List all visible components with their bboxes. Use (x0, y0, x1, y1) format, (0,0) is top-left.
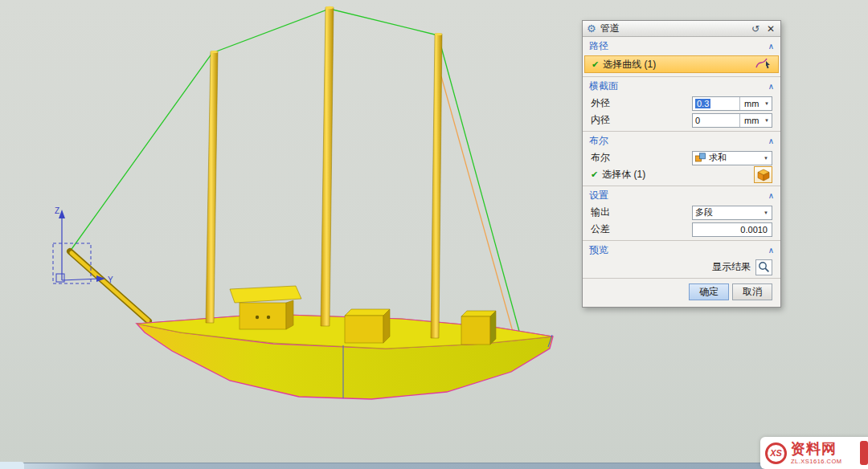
watermark-site-url: ZL.XS1616.COM (791, 458, 842, 465)
collapse-chevron-icon[interactable]: ∧ (768, 192, 774, 200)
section-path: 路径 ∧ ✔ 选择曲线 (1) (583, 37, 780, 76)
z-axis-arrowhead (59, 210, 65, 218)
section-header-path[interactable]: 路径 ∧ (583, 37, 780, 55)
tolerance-value[interactable]: 0.0010 (740, 225, 768, 234)
output-dropdown[interactable]: 多段 ▼ (692, 206, 772, 220)
pipe-dialog: ⚙ 管道 ↺ ✕ 路径 ∧ ✔ 选择曲线 (1) 横截面 ∧ 外径 (582, 20, 781, 308)
show-result-label: 显示结果 (712, 260, 751, 274)
section-header-cross-section[interactable]: 横截面 ∧ (583, 77, 780, 95)
magnifier-icon (758, 261, 770, 273)
outer-diameter-unit-dropdown[interactable]: mm ▼ (739, 97, 772, 110)
cabin2-roof[interactable] (345, 309, 390, 316)
cabin3-front[interactable] (461, 316, 490, 345)
window-bottom-edge (0, 463, 868, 469)
boolean-label: 布尔 (591, 151, 688, 165)
tolerance-field[interactable]: 0.0010 (692, 222, 772, 237)
inner-diameter-unit-dropdown[interactable]: mm ▼ (739, 114, 772, 127)
dialog-button-row: 确定 取消 (583, 278, 780, 307)
watermark-logo-icon: XS (765, 442, 787, 464)
section-header-settings[interactable]: 设置 ∧ (583, 186, 780, 204)
section-path-label: 路径 (589, 39, 608, 53)
boolean-row: 布尔 求和 ▼ (583, 149, 780, 166)
output-label: 输出 (591, 206, 688, 219)
bowsprit[interactable] (70, 251, 149, 321)
y-axis[interactable] (62, 279, 100, 280)
section-preview-label: 预览 (589, 243, 608, 257)
watermark-badge: XS 资料网 ZL.XS1616.COM (760, 437, 868, 469)
select-curve-row[interactable]: ✔ 选择曲线 (1) (584, 55, 779, 73)
section-boolean: 布尔 ∧ 布尔 求和 ▼ ✔ 选择体 (1) (583, 131, 780, 186)
check-icon: ✔ (592, 60, 599, 69)
tolerance-row: 公差 0.0010 (583, 221, 780, 238)
section-cross-section: 横截面 ∧ 外径 0.3 mm ▼ 内径 0 mm ▼ (583, 76, 780, 131)
output-row: 输出 多段 ▼ (583, 204, 780, 221)
check-icon: ✔ (591, 170, 598, 179)
select-body-label: 选择体 (1) (602, 168, 750, 181)
dropdown-arrow-icon[interactable]: ▼ (764, 210, 768, 215)
section-preview: 预览 ∧ 显示结果 (583, 240, 780, 278)
watermark-site-name: 资料网 (791, 442, 842, 456)
inner-diameter-value[interactable]: 0 (695, 116, 700, 125)
highlight-curve[interactable] (441, 76, 514, 337)
mast-main[interactable] (321, 7, 334, 326)
datum-csys[interactable]: Z Y (53, 206, 113, 284)
mast-front[interactable] (206, 51, 218, 323)
cabin1-front[interactable] (240, 303, 286, 329)
select-curve-label: 选择曲线 (1) (603, 58, 751, 71)
select-body-row[interactable]: ✔ 选择体 (1) (583, 166, 780, 183)
collapse-chevron-icon[interactable]: ∧ (768, 83, 774, 91)
solid-body-cube-icon (757, 169, 770, 181)
dialog-titlebar[interactable]: ⚙ 管道 ↺ ✕ (583, 21, 780, 37)
collapse-chevron-icon[interactable]: ∧ (768, 137, 774, 145)
cabin1-roof[interactable] (230, 286, 301, 303)
inner-diameter-unit-label: mm (744, 116, 759, 125)
watermark-logo-text: XS (770, 448, 782, 458)
outer-diameter-unit-label: mm (744, 99, 759, 108)
dialog-menu-gear-icon[interactable]: ⚙ (587, 23, 596, 34)
inner-diameter-label: 内径 (591, 113, 688, 127)
collapse-chevron-icon[interactable]: ∧ (768, 43, 774, 51)
dialog-title: 管道 (600, 22, 746, 35)
dialog-reset-icon[interactable]: ↺ (750, 24, 761, 34)
dropdown-arrow-icon[interactable]: ▼ (764, 101, 769, 106)
watermark-red-bar (860, 441, 868, 465)
inner-diameter-field[interactable]: 0 mm ▼ (692, 113, 772, 128)
output-value: 多段 (695, 206, 713, 218)
select-body-button[interactable] (754, 166, 772, 183)
z-axis-label: Z (55, 206, 59, 215)
section-header-boolean[interactable]: 布尔 ∧ (583, 132, 780, 149)
curve-select-icon[interactable] (755, 57, 772, 71)
cabin2-front[interactable] (345, 316, 383, 343)
cancel-button[interactable]: 取消 (732, 283, 772, 300)
tolerance-label: 公差 (591, 222, 688, 236)
outer-diameter-field[interactable]: 0.3 mm ▼ (692, 96, 772, 111)
section-header-preview[interactable]: 预览 ∧ (583, 241, 780, 259)
y-axis-label: Y (108, 275, 113, 284)
show-result-button[interactable] (755, 259, 772, 275)
outer-diameter-value[interactable]: 0.3 (695, 99, 710, 108)
outer-diameter-row: 外径 0.3 mm ▼ (583, 95, 780, 112)
ok-button[interactable]: 确定 (689, 283, 729, 300)
boolean-dropdown[interactable]: 求和 ▼ (692, 151, 772, 165)
dialog-close-icon[interactable]: ✕ (765, 24, 776, 34)
cabin3-roof[interactable] (461, 311, 496, 316)
section-boolean-label: 布尔 (589, 134, 608, 148)
section-settings: 设置 ∧ 输出 多段 ▼ 公差 0.0010 (583, 186, 780, 240)
section-settings-label: 设置 (589, 189, 608, 202)
watermark-text-block: 资料网 ZL.XS1616.COM (791, 442, 842, 465)
collapse-chevron-icon[interactable]: ∧ (768, 247, 774, 255)
boolean-value: 求和 (709, 152, 727, 164)
show-result-row: 显示结果 (583, 259, 780, 275)
window-corner-highlight (0, 462, 24, 469)
inner-diameter-row: 内径 0 mm ▼ (583, 112, 780, 128)
dropdown-arrow-icon[interactable]: ▼ (764, 156, 768, 161)
dropdown-arrow-icon[interactable]: ▼ (764, 118, 769, 123)
mast-rear[interactable] (431, 34, 442, 338)
outer-diameter-label: 外径 (591, 96, 688, 110)
section-cross-section-label: 横截面 (589, 80, 618, 93)
unite-icon (695, 153, 706, 164)
